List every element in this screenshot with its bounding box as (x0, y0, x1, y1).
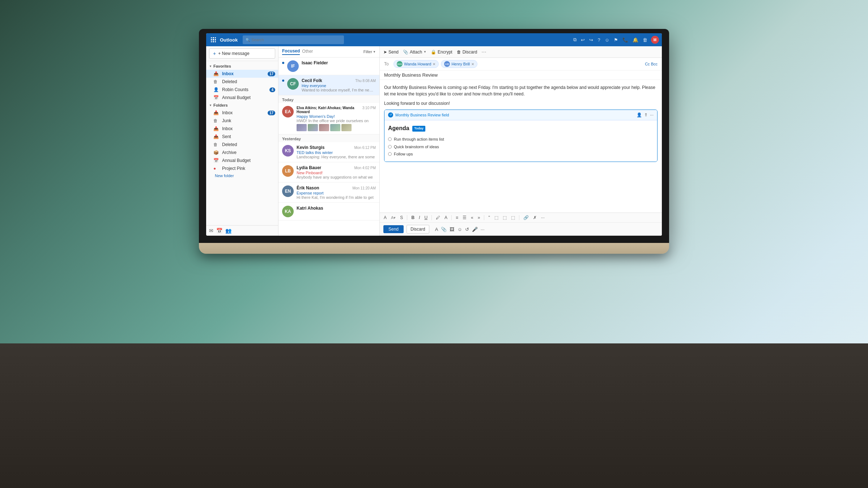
undo-icon[interactable]: ↩ (580, 37, 586, 43)
body-line-1: Our Monthly Business Review is coming up… (384, 84, 658, 97)
email-body[interactable]: Our Monthly Business Review is coming up… (380, 80, 662, 213)
list-item[interactable]: LB Lydia Bauer Mon 4:02 PM New Pinboard!… (278, 162, 379, 183)
phone-icon[interactable]: 📞 (622, 37, 629, 43)
waffle-menu-icon[interactable] (209, 35, 218, 44)
indent-more-icon[interactable]: » (477, 214, 481, 221)
send-action[interactable]: ➤ Send (383, 50, 399, 55)
bullet-list-icon[interactable]: ≡ (455, 214, 459, 221)
agenda-item-1: Run through action items list (388, 136, 654, 143)
mail-icon[interactable]: ✉ (209, 228, 213, 234)
link-icon[interactable]: 🔗 (522, 214, 530, 221)
more-format-icon[interactable]: ··· (540, 214, 546, 221)
font-color-icon[interactable]: A▾ (390, 215, 397, 221)
new-folder-link[interactable]: New folder (206, 172, 278, 179)
attach-action[interactable]: 📎 Attach ▼ (403, 50, 426, 55)
bell-icon[interactable]: 🔔 (632, 37, 639, 43)
align-center-icon[interactable]: ⬚ (502, 214, 508, 221)
discard-action[interactable]: 🗑 Discard (457, 50, 477, 55)
loop-more-icon[interactable]: ··· (650, 112, 654, 118)
numbered-list-icon[interactable]: ☰ (461, 214, 468, 221)
sidebar-nav: ▼ Favorites 📥 Inbox 17 🗑 Deleted (206, 61, 278, 225)
discard-button[interactable]: Discard (407, 225, 429, 234)
text-style-icon[interactable]: A (435, 227, 438, 232)
list-item[interactable]: KA Katri Ahokas (278, 203, 379, 221)
sidebar-item-annual-budget[interactable]: 📅 Annual Budget (206, 94, 278, 102)
sidebar-item-inbox-favorites[interactable]: 📥 Inbox 17 (206, 70, 278, 78)
image-bar-icon[interactable]: 🖼 (450, 227, 454, 232)
laptop: Outlook 🔍 ⧉ ↩ ↪ ? ☺ ⚑ 📞 🔔 🗑 (199, 29, 669, 254)
mic-bar-icon[interactable]: 🎤 (472, 227, 478, 232)
loop-bar-icon[interactable]: ↺ (465, 227, 469, 232)
remove-recipient-wanda[interactable]: ✕ (433, 62, 435, 66)
recipient-chip-henry[interactable]: HB Henry Brill ✕ (441, 60, 477, 68)
robin-counts-badge: 4 (269, 87, 275, 92)
sidebar-item-project-pink[interactable]: ● Project Pink (206, 164, 278, 172)
sidebar-item-robin-counts[interactable]: 👤 Robin Counts 4 (206, 86, 278, 94)
search-box[interactable]: 🔍 (243, 35, 344, 44)
tab-other[interactable]: Other (302, 49, 313, 55)
calendar-bottom-icon[interactable]: 📅 (216, 228, 222, 234)
sidebar-item-junk[interactable]: 🗑 Junk (206, 117, 278, 125)
send-button[interactable]: Send (383, 225, 404, 233)
bold-icon[interactable]: B (410, 214, 416, 221)
redo-icon[interactable]: ↪ (588, 37, 594, 43)
encrypt-action[interactable]: 🔒 Encrypt (431, 50, 452, 55)
align-right-icon[interactable]: ⬚ (510, 214, 516, 221)
loop-person-icon[interactable]: 👤 (637, 112, 642, 118)
font-size-icon[interactable]: A (383, 214, 388, 221)
remove-recipient-henry[interactable]: ✕ (471, 62, 474, 66)
indent-less-icon[interactable]: « (470, 214, 475, 221)
sidebar-item-annual-budget-2[interactable]: 📅 Annual Budget (206, 157, 278, 164)
sent-label: Sent (222, 134, 275, 139)
agenda-radio-3[interactable] (388, 152, 392, 156)
folders-section-header[interactable]: ▼ Folders (206, 102, 278, 109)
sidebar-item-sent[interactable]: 📤 Sent (206, 133, 278, 141)
list-item[interactable]: KS Kevin Sturgis Mon 6:12 PM TED talks t… (278, 142, 379, 162)
trash-icon[interactable]: 🗑 (642, 37, 648, 43)
monitor-icon[interactable]: ⧉ (573, 36, 577, 43)
italic-icon[interactable]: I (418, 214, 421, 221)
send-icon: ➤ (383, 50, 387, 55)
attach-bar-icon[interactable]: 📎 (441, 227, 447, 232)
flag-icon[interactable]: ⚑ (613, 37, 619, 43)
strikethrough-icon[interactable]: S (399, 214, 404, 221)
favorites-section-header[interactable]: ▼ Favorites (206, 63, 278, 70)
cc-bcc-button[interactable]: Cc Bcc (645, 62, 658, 66)
text-color-icon[interactable]: A (443, 214, 448, 221)
tab-focused[interactable]: Focused (282, 48, 300, 55)
agenda-radio-1[interactable] (388, 137, 392, 141)
sidebar-item-inbox-sub[interactable]: 📥 Inbox (206, 125, 278, 133)
list-item[interactable]: EA Elva Atkins; Katri Ahokas; Wanda Howa… (278, 103, 379, 134)
message-preview: Wanted to introduce myself, I'm the new … (302, 88, 376, 92)
user-avatar[interactable]: M (651, 36, 659, 44)
list-item[interactable]: EN Ĕrik Nason Mon 11:20 AM Expense repor… (278, 183, 379, 203)
loop-share-icon[interactable]: ⇑ (644, 112, 648, 118)
quote-icon[interactable]: " (487, 214, 491, 221)
underline-icon[interactable]: U (423, 214, 429, 221)
font-highlight-icon[interactable]: 🖊 (435, 214, 441, 221)
sidebar-item-inbox-folders[interactable]: 📥 Inbox 17 (206, 109, 278, 117)
clear-format-icon[interactable]: ✗ (532, 214, 538, 221)
list-item[interactable]: CF Cecil Folk Thu 8:08 AM Hey everyone W… (278, 75, 379, 95)
search-input[interactable] (251, 38, 341, 42)
section-label-yesterday: Yesterday (278, 134, 379, 142)
people-icon[interactable]: 👥 (225, 228, 231, 234)
sidebar-item-archive[interactable]: 📦 Archive (206, 149, 278, 157)
emoji-icon[interactable]: ☺ (604, 37, 610, 43)
paperclip-icon: 📎 (403, 50, 408, 55)
message-subject: Hey everyone (302, 84, 376, 88)
emoji-bar-icon[interactable]: ☺ (457, 227, 462, 232)
new-message-button[interactable]: + + New message (209, 48, 275, 59)
calendar-icon: 📅 (213, 95, 219, 100)
more-options-icon[interactable]: ··· (481, 49, 486, 55)
list-item[interactable]: IF Isaac Fielder (278, 57, 379, 75)
more-bar-icon[interactable]: ··· (481, 227, 485, 232)
agenda-radio-2[interactable] (388, 145, 392, 149)
align-left-icon[interactable]: ⬚ (493, 214, 499, 221)
question-icon[interactable]: ? (597, 37, 601, 43)
sidebar-item-deleted-folders[interactable]: 🗑 Deleted (206, 141, 278, 149)
filter-button[interactable]: Filter ▼ (363, 50, 376, 54)
loop-card-actions: 👤 ⇑ ··· (637, 112, 654, 118)
sidebar-item-deleted[interactable]: 🗑 Deleted (206, 78, 278, 86)
recipient-chip-wanda[interactable]: WH Wanda Howard ✕ (393, 60, 439, 68)
